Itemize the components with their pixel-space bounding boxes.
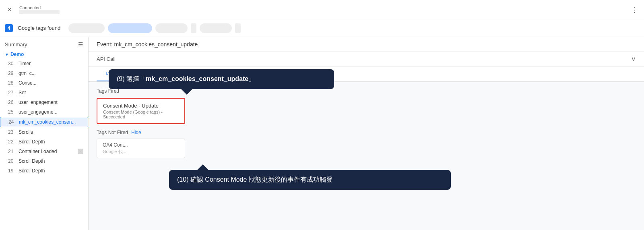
tag-pills: [68, 23, 241, 33]
sidebar-item-26[interactable]: 26user_engagement: [0, 97, 88, 107]
tab-tags[interactable]: Tags: [97, 66, 124, 81]
ga4-card-title: GA4 Cont...: [103, 142, 179, 148]
api-call-label: API Call: [97, 56, 116, 62]
sidebar-item-27[interactable]: 27Set: [0, 88, 88, 97]
sidebar-item-label: mk_cm_cookies_consen...: [19, 119, 83, 125]
sidebar-item-21[interactable]: 21Container Loaded: [0, 147, 88, 156]
sidebar-item-num: 29: [8, 70, 16, 76]
tag-pill-sep: [191, 23, 196, 33]
sidebar-title: Summary: [5, 41, 27, 48]
content-area: Event: mk_cm_cookies_consent_update API …: [89, 37, 644, 230]
sidebar-item-label: Scroll Depth: [19, 139, 83, 145]
tag-card-subtitle: Consent Mode (Google tags) - Succeeded: [103, 110, 179, 119]
sidebar-section-demo[interactable]: ▼ Demo: [0, 50, 88, 59]
tab-errors[interactable]: Errors: [239, 66, 269, 81]
tab-consent[interactable]: Consent: [203, 66, 238, 81]
sidebar-item-num: 19: [8, 168, 16, 174]
sidebar-item-23[interactable]: 23Scrolls: [0, 127, 88, 137]
tag-pill-2[interactable]: [108, 23, 152, 33]
tabs-container: TagsVariablesData LayerConsentErrors: [97, 66, 269, 81]
sidebar-item-num: 27: [8, 90, 16, 95]
tags-not-fired-label: Tags Not Fired: [97, 130, 128, 135]
sidebar-item-label: Set: [19, 90, 83, 95]
ga4-card-subtitle: Google 代...: [103, 149, 179, 155]
sidebar-item-label: Container Loaded: [19, 149, 75, 154]
expand-button[interactable]: ∨: [631, 55, 636, 63]
sidebar-item-num: 25: [8, 109, 16, 115]
tag-card-title: Consent Mode - Update: [103, 103, 179, 109]
sidebar-item-num: 26: [8, 99, 16, 105]
sidebar-items: 30Timer29gtm_c...28Conse...27Set26user_e…: [0, 59, 88, 176]
tag-count-badge: 4: [5, 24, 13, 32]
tag-bar: 4 Google tags found: [0, 19, 644, 37]
ga4-card[interactable]: GA4 Cont... Google 代...: [97, 139, 185, 158]
tabs-bar: TagsVariablesData LayerConsentErrors: [89, 66, 644, 82]
tag-pill-4[interactable]: [200, 23, 232, 33]
filter-icon[interactable]: ☰: [78, 41, 83, 48]
sidebar-item-20[interactable]: 20Scroll Depth: [0, 156, 88, 166]
tag-pill-sep2: [235, 23, 241, 33]
tab-content: Tags Fired Consent Mode - Update Consent…: [89, 82, 644, 222]
sidebar-item-28[interactable]: 28Conse...: [0, 78, 88, 88]
chevron-down-icon: ▼: [5, 52, 9, 57]
sidebar-item-label: Scroll Depth: [19, 168, 83, 174]
sidebar-item-label: Scrolls: [19, 129, 83, 135]
connected-status: Connected: [19, 5, 60, 14]
sidebar-item-num: 20: [8, 158, 16, 164]
tags-fired-label: Tags Fired: [97, 88, 119, 94]
tag-found-label: Google tags found: [18, 25, 60, 31]
sidebar-item-29[interactable]: 29gtm_c...: [0, 68, 88, 78]
sidebar-item-19[interactable]: 19Scroll Depth: [0, 166, 88, 176]
sidebar-item-num: 24: [8, 119, 17, 125]
container-loaded-icon: [78, 149, 83, 154]
top-bar: × Connected ⋮: [0, 0, 644, 19]
sidebar-item-25[interactable]: 25user_engageme...: [0, 107, 88, 117]
sidebar-item-label: Conse...: [19, 80, 83, 86]
event-label: Event: mk_cm_cookies_consent_update: [97, 41, 198, 48]
tab-data-layer[interactable]: Data Layer: [161, 66, 203, 81]
sidebar-item-label: Timer: [19, 61, 83, 66]
sidebar-item-30[interactable]: 30Timer: [0, 59, 88, 68]
sidebar-header: Summary ☰: [0, 37, 88, 50]
sidebar-item-label: gtm_c...: [19, 70, 83, 76]
sidebar-item-num: 23: [8, 129, 16, 135]
sidebar-item-num: 28: [8, 80, 16, 86]
sidebar-item-num: 30: [8, 61, 16, 66]
api-call-bar: API Call ∨: [89, 52, 644, 66]
tag-pill-1[interactable]: [68, 23, 105, 33]
event-header: Event: mk_cm_cookies_consent_update: [89, 37, 644, 52]
sidebar-item-label: user_engageme...: [19, 109, 83, 115]
tags-fired-row: Tags Fired: [97, 88, 636, 94]
tab-variables[interactable]: Variables: [124, 66, 161, 81]
sidebar-item-24[interactable]: 24mk_cm_cookies_consen...: [0, 117, 88, 127]
consent-mode-update-card[interactable]: Consent Mode - Update Consent Mode (Goog…: [97, 98, 185, 124]
sidebar-item-label: user_engagement: [19, 99, 83, 105]
sidebar: Summary ☰ ▼ Demo 30Timer29gtm_c...28Cons…: [0, 37, 89, 230]
close-button[interactable]: ×: [5, 5, 14, 15]
tag-pill-3[interactable]: [155, 23, 188, 33]
sidebar-item-num: 21: [8, 149, 16, 154]
sidebar-section-label: Demo: [10, 52, 24, 57]
sidebar-item-22[interactable]: 22Scroll Depth: [0, 137, 88, 147]
sidebar-item-label: Scroll Depth: [19, 158, 83, 164]
main-layout: Summary ☰ ▼ Demo 30Timer29gtm_c...28Cons…: [0, 37, 644, 230]
hide-button[interactable]: Hide: [131, 130, 141, 135]
more-button[interactable]: ⋮: [631, 5, 639, 14]
not-fired-header: Tags Not Fired Hide: [97, 130, 636, 135]
sidebar-item-num: 22: [8, 139, 16, 145]
